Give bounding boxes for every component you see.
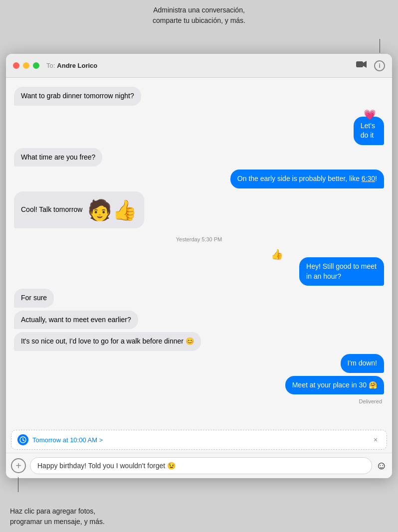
tapback-heart-icon: 💗 bbox=[364, 109, 376, 121]
to-label: To: bbox=[46, 62, 55, 69]
message-text: It's so nice out, I'd love to go for a w… bbox=[21, 337, 194, 345]
tapback-thumbsup-icon: 👍 bbox=[271, 248, 283, 260]
tapback-container: 👍 Hey! Still good to meet in an hour? bbox=[263, 248, 384, 286]
message-row: 💗 Let's do it bbox=[14, 109, 384, 145]
message-row: For sure bbox=[14, 289, 384, 308]
bubble-received: Cool! Talk tomorrow 🧑👍 bbox=[14, 191, 144, 228]
scheduled-close-button[interactable]: × bbox=[371, 435, 381, 445]
bubble-received: What time are you free? bbox=[14, 148, 102, 167]
tooltip-top-line2: comparte tu ubicación, y más. bbox=[153, 16, 245, 24]
bubble-sent: Let's do it bbox=[354, 117, 384, 145]
message-text: Want to grab dinner tomorrow night? bbox=[21, 92, 134, 100]
tooltip-bottom-pointer bbox=[18, 477, 18, 492]
scheduled-text[interactable]: Tomorrow at 10:00 AM > bbox=[32, 436, 103, 444]
message-row: On the early side is probably better, li… bbox=[14, 170, 384, 188]
message-row: What time are you free? bbox=[14, 148, 384, 167]
message-text: Let's do it bbox=[361, 122, 375, 140]
tooltip-bottom: Haz clic para agregar fotos, programar u… bbox=[10, 506, 105, 527]
delivered-status: Delivered bbox=[14, 398, 384, 404]
message-row: 👍 Hey! Still good to meet in an hour? bbox=[14, 248, 384, 286]
svg-line-4 bbox=[23, 440, 24, 441]
message-text: Hey! Still good to meet in an hour? bbox=[306, 262, 377, 280]
chat-area: Want to grab dinner tomorrow night? 💗 Le… bbox=[6, 78, 392, 427]
message-row: Cool! Talk tomorrow 🧑👍 bbox=[14, 191, 384, 228]
tapback-container: 💗 Let's do it bbox=[341, 109, 385, 145]
titlebar: To: Andre Lorico i bbox=[6, 54, 392, 78]
bubble-received: Actually, want to meet even earlier? bbox=[14, 311, 138, 330]
message-row: It's so nice out, I'd love to go for a w… bbox=[14, 332, 384, 351]
bubble-sent: Hey! Still good to meet in an hour? bbox=[299, 257, 384, 286]
svg-rect-0 bbox=[356, 61, 363, 67]
close-button[interactable] bbox=[13, 62, 19, 69]
message-row: Want to grab dinner tomorrow night? bbox=[14, 87, 384, 106]
scheduled-left: Tomorrow at 10:00 AM > bbox=[17, 434, 103, 445]
timestamp: Yesterday 5:30 PM bbox=[14, 236, 384, 242]
message-text: Meet at your place in 30 🤗 bbox=[292, 381, 377, 389]
message-row: Actually, want to meet even earlier? bbox=[14, 311, 384, 330]
emoji-button[interactable]: ☺ bbox=[376, 459, 387, 472]
titlebar-icons: i bbox=[356, 60, 385, 71]
memoji-sticker: 🧑👍 bbox=[87, 196, 137, 224]
clock-icon bbox=[17, 434, 28, 445]
info-button[interactable]: i bbox=[374, 60, 385, 71]
video-call-icon[interactable] bbox=[356, 60, 367, 71]
add-button[interactable]: + bbox=[11, 458, 26, 473]
contact-name: Andre Lorico bbox=[57, 62, 356, 69]
tooltip-top-pointer bbox=[380, 39, 380, 53]
tooltip-top-line1: Administra una conversación, bbox=[153, 6, 245, 14]
timestamp-text: Yesterday 5:30 PM bbox=[176, 236, 222, 242]
scheduled-bar: Tomorrow at 10:00 AM > × bbox=[11, 430, 387, 450]
message-text: For sure bbox=[21, 294, 47, 302]
bubble-received: Want to grab dinner tomorrow night? bbox=[14, 87, 141, 106]
bubble-sent: On the early side is probably better, li… bbox=[230, 170, 384, 188]
message-text: What time are you free? bbox=[21, 153, 95, 161]
message-text: Actually, want to meet even earlier? bbox=[21, 316, 131, 324]
input-text: Happy birthday! Told you I wouldn't forg… bbox=[37, 462, 176, 470]
bubble-sent: Meet at your place in 30 🤗 bbox=[285, 376, 384, 395]
tooltip-bottom-line1: Haz clic para agregar fotos, bbox=[10, 507, 95, 515]
message-row: Meet at your place in 30 🤗 bbox=[14, 376, 384, 395]
tooltip-bottom-line2: programar un mensaje, y más. bbox=[10, 518, 105, 526]
tooltip-top: Administra una conversación, comparte tu… bbox=[0, 5, 398, 26]
message-text: On the early side is probably better, li… bbox=[237, 175, 377, 182]
bubble-sent: I'm down! bbox=[341, 354, 384, 373]
message-row: I'm down! bbox=[14, 354, 384, 373]
bubble-received: For sure bbox=[14, 289, 54, 308]
delivered-text: Delivered bbox=[359, 398, 382, 404]
input-bar: + Happy birthday! Told you I wouldn't fo… bbox=[6, 453, 392, 478]
minimize-button[interactable] bbox=[23, 62, 29, 69]
message-input[interactable]: Happy birthday! Told you I wouldn't forg… bbox=[30, 457, 372, 474]
svg-marker-1 bbox=[363, 61, 367, 68]
messages-window: To: Andre Lorico i Want to grab dinner t… bbox=[6, 54, 392, 478]
message-text: Cool! Talk tomorrow bbox=[21, 205, 82, 215]
fullscreen-button[interactable] bbox=[33, 62, 39, 69]
traffic-lights bbox=[13, 62, 39, 69]
message-text: I'm down! bbox=[348, 359, 377, 367]
bubble-received: It's so nice out, I'd love to go for a w… bbox=[14, 332, 201, 351]
